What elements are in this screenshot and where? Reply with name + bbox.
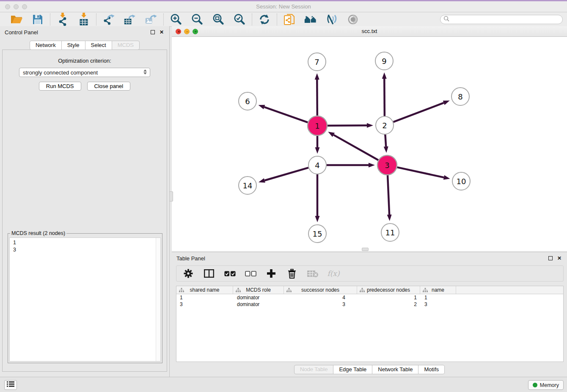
apply-preferred-layout-icon[interactable] <box>258 13 271 26</box>
graph-edge-1-4[interactable] <box>315 136 320 154</box>
table-panel-float-icon[interactable] <box>548 256 553 260</box>
mcds-result-textarea[interactable]: 13 <box>9 237 161 362</box>
graph-node-10[interactable]: 10 <box>452 172 470 190</box>
zoom-selected-region-icon[interactable] <box>233 13 246 26</box>
graph-node-label: 8 <box>458 92 462 101</box>
column-header-name[interactable]: name <box>420 286 456 294</box>
graph-edge-2-9[interactable] <box>382 72 387 116</box>
graph-node-14[interactable]: 14 <box>239 177 256 194</box>
tab-select[interactable]: Select <box>85 41 112 50</box>
graph-edge-1-2[interactable] <box>328 123 373 128</box>
first-neighbors-icon[interactable] <box>304 13 317 26</box>
tab-node-table[interactable]: Node Table <box>294 365 334 374</box>
zoom-fit-content-icon[interactable] <box>212 13 225 26</box>
column-header-successor-nodes[interactable]: successor nodes <box>284 286 357 294</box>
export-image-icon[interactable] <box>145 13 157 26</box>
close-window-button[interactable] <box>5 4 10 9</box>
add-column-icon[interactable] <box>265 267 278 280</box>
export-table-icon[interactable] <box>124 13 136 26</box>
select-all-rows-icon[interactable] <box>223 267 236 280</box>
horizontal-splitter-grip[interactable] <box>362 248 369 251</box>
table-panel-tabs: Node TableEdge TableNetwork TableMotifs <box>172 365 567 374</box>
graph-node-9[interactable]: 9 <box>375 52 393 70</box>
edge-arrowhead-icon <box>384 146 388 153</box>
table-cell: 1 <box>176 295 233 301</box>
network-canvas[interactable]: 7968124314101511 <box>172 37 567 251</box>
graph-edge-3-10[interactable] <box>397 167 450 179</box>
zoom-in-icon[interactable] <box>170 13 182 26</box>
import-network-from-file-icon[interactable] <box>56 13 69 26</box>
dropdown-stepper-icon <box>143 69 147 75</box>
graph-node-6[interactable]: 6 <box>239 92 256 110</box>
column-type-icon <box>236 288 241 294</box>
column-header-MCDS-role[interactable]: MCDS role <box>233 286 284 294</box>
network-window-controls: ✕ − + <box>176 29 198 34</box>
graph-edge-3-1[interactable] <box>328 132 378 160</box>
tab-motifs[interactable]: Motifs <box>418 365 445 374</box>
graph-edge-3-11[interactable] <box>387 175 392 221</box>
graph-node-3[interactable]: 3 <box>377 155 397 175</box>
graph-edge-4-3[interactable] <box>327 163 375 168</box>
graph-node-11[interactable]: 11 <box>381 224 399 241</box>
graph-edge-1-6[interactable] <box>258 105 308 122</box>
search-input[interactable] <box>451 16 559 23</box>
table-panel-close-icon[interactable] <box>557 256 562 261</box>
criterion-dropdown[interactable]: strongly connected component <box>19 68 150 77</box>
run-mcds-button[interactable]: Run MCDS <box>39 82 81 91</box>
network-minimize-icon[interactable]: − <box>184 29 190 34</box>
graph-node-15[interactable]: 15 <box>308 225 326 243</box>
graph-node-7[interactable]: 7 <box>308 53 326 71</box>
save-session-icon[interactable] <box>31 13 44 26</box>
tab-edge-table[interactable]: Edge Table <box>333 365 372 374</box>
toolbar-group <box>277 13 365 26</box>
tab-network[interactable]: Network <box>30 41 62 50</box>
control-panel-float-icon[interactable] <box>151 30 155 34</box>
network-graph: 7968124314101511 <box>172 37 567 251</box>
graph-node-label: 10 <box>457 177 466 186</box>
table-settings-icon[interactable] <box>182 267 195 280</box>
graph-edge-1-7[interactable] <box>315 73 319 116</box>
control-panel-close-icon[interactable] <box>160 30 165 35</box>
close-panel-button[interactable]: Close panel <box>87 82 131 91</box>
minimize-window-button[interactable] <box>14 4 19 9</box>
graph-edge-2-8[interactable] <box>394 101 450 122</box>
open-session-icon[interactable] <box>10 13 23 26</box>
table-row[interactable]: 3dominator323 <box>176 301 563 308</box>
network-maximize-icon[interactable]: + <box>193 29 198 34</box>
export-network-icon[interactable] <box>102 13 115 26</box>
zoom-out-icon[interactable] <box>191 13 204 26</box>
edge-arrowhead-icon <box>315 216 320 222</box>
delete-columns-icon[interactable] <box>286 267 298 280</box>
column-header-label: predecessor nodes <box>367 287 410 293</box>
graph-edge-4-15[interactable] <box>315 174 320 222</box>
duplicate-network-icon[interactable] <box>283 13 296 26</box>
vertical-splitter-grip[interactable] <box>169 191 173 202</box>
column-visibility-icon[interactable] <box>203 267 215 280</box>
tab-network-table[interactable]: Network Table <box>372 365 418 374</box>
network-window-titlebar[interactable]: ✕ − + scc.txt <box>172 26 567 37</box>
graph-edge-4-14[interactable] <box>259 168 308 182</box>
graph-node-8[interactable]: 8 <box>451 88 469 105</box>
table-row[interactable]: 1dominator411 <box>176 294 563 301</box>
task-history-button[interactable] <box>4 380 17 390</box>
zoom-window-button[interactable] <box>22 4 27 9</box>
birds-eye-view-icon[interactable] <box>347 13 359 26</box>
graph-node-1[interactable]: 1 <box>308 116 327 135</box>
tab-mcds[interactable]: MCDS <box>112 41 140 50</box>
deselect-all-rows-icon[interactable] <box>244 267 257 280</box>
column-header-predecessor-nodes[interactable]: predecessor nodes <box>357 286 420 294</box>
tab-style[interactable]: Style <box>61 41 85 50</box>
network-close-icon[interactable]: ✕ <box>176 29 181 34</box>
import-table-from-file-icon[interactable] <box>77 13 90 26</box>
graph-node-4[interactable]: 4 <box>308 156 326 174</box>
result-scrollbar[interactable] <box>156 238 160 361</box>
toolbar-group <box>96 13 163 26</box>
graph-edge-2-3[interactable] <box>384 135 388 153</box>
show-graphics-details-icon[interactable] <box>325 13 338 26</box>
column-header-shared-name[interactable]: shared name <box>176 286 233 294</box>
toolbar-group <box>164 13 252 26</box>
graph-node-2[interactable]: 2 <box>376 116 394 134</box>
memory-button[interactable]: Memory <box>528 380 564 390</box>
search-box[interactable] <box>440 15 563 24</box>
table-cell: 4 <box>284 295 357 301</box>
